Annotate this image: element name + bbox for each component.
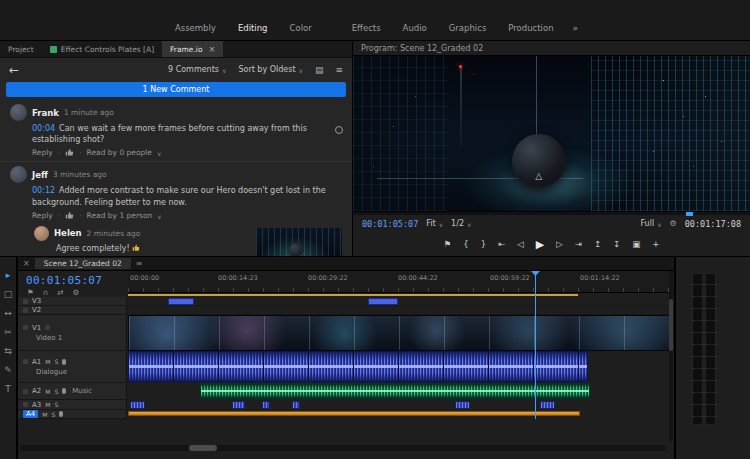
workspace-tab-assembly[interactable]: Assembly bbox=[164, 21, 227, 35]
sfx-audio-clip[interactable] bbox=[262, 401, 270, 409]
track-name[interactable]: V2 bbox=[32, 306, 41, 314]
program-monitor-header[interactable]: Program: Scene 12_Graded 02 bbox=[353, 41, 750, 56]
track-eye-icon[interactable] bbox=[45, 325, 50, 330]
record-mic-icon[interactable] bbox=[59, 411, 63, 417]
extract-icon[interactable]: ↧ bbox=[613, 240, 620, 249]
sfx-audio-clip[interactable] bbox=[540, 401, 555, 409]
reply-button[interactable]: Reply bbox=[32, 211, 53, 220]
back-arrow-icon[interactable]: ← bbox=[9, 64, 19, 76]
track-name[interactable]: A2 bbox=[32, 387, 41, 395]
music-audio-clip[interactable] bbox=[200, 383, 590, 399]
playback-resolution-dropdown[interactable]: 1/2 ∨ bbox=[451, 219, 471, 228]
timeline-vertical-scrollbar[interactable] bbox=[669, 271, 673, 441]
track-select-tool-icon[interactable]: □ bbox=[4, 290, 13, 299]
dialogue-audio-clip[interactable] bbox=[128, 351, 588, 382]
track-header-v2[interactable]: V2 bbox=[18, 306, 127, 315]
scrollbar-thumb[interactable] bbox=[669, 299, 673, 351]
comment-reply-item[interactable]: Helen 2 minutes ago Agree completely! Re… bbox=[24, 222, 352, 256]
track-name[interactable]: V1 bbox=[32, 324, 41, 332]
track-lock-icon[interactable] bbox=[23, 389, 28, 394]
track-name[interactable]: A1 bbox=[32, 358, 41, 366]
track-header-a4[interactable]: A4 M S bbox=[18, 410, 127, 419]
comment-timecode-link[interactable]: 00:12 bbox=[32, 186, 55, 195]
comment-item[interactable]: Frank 1 minute ago 00:04Can we wait a fe… bbox=[0, 100, 352, 162]
panel-close-icon[interactable]: × bbox=[23, 259, 30, 268]
workspace-tab-audio[interactable]: Audio bbox=[392, 21, 438, 35]
sfx-audio-clip[interactable] bbox=[455, 401, 470, 409]
workspace-tab-editing[interactable]: Editing bbox=[227, 21, 279, 35]
slip-tool-icon[interactable]: ⇆ bbox=[4, 347, 12, 356]
program-playhead[interactable] bbox=[686, 212, 693, 216]
panel-menu-icon[interactable]: ≡ bbox=[136, 259, 143, 268]
read-by-button[interactable]: Read by 1 person bbox=[87, 211, 153, 220]
selection-tool-icon[interactable]: ▸ bbox=[6, 271, 11, 280]
adjustment-clip[interactable] bbox=[368, 298, 398, 305]
thumbs-up-icon[interactable] bbox=[65, 148, 74, 157]
lift-icon[interactable]: ↥ bbox=[594, 240, 601, 249]
ambience-audio-clip[interactable] bbox=[128, 411, 580, 416]
record-mic-icon[interactable] bbox=[62, 388, 66, 394]
audio-meter[interactable] bbox=[692, 273, 716, 425]
checklist-icon[interactable]: ▤ bbox=[315, 65, 324, 75]
tab-frameio[interactable]: Frame.io × bbox=[162, 41, 223, 57]
step-back-icon[interactable]: ◁ bbox=[517, 240, 524, 249]
track-lock-icon[interactable] bbox=[23, 299, 28, 304]
mute-button[interactable]: M bbox=[45, 388, 50, 395]
program-video-preview[interactable]: △ bbox=[353, 56, 750, 211]
track-header-a1[interactable]: A1 M S Dialogue bbox=[18, 351, 127, 383]
timeline-current-timecode[interactable]: 00:01:05:07 bbox=[26, 274, 102, 287]
tab-effect-controls[interactable]: Effect Controls Plates [A] bbox=[42, 41, 162, 57]
track-header-v1[interactable]: V1 Video 1 bbox=[18, 315, 127, 351]
work-area-bar[interactable] bbox=[128, 294, 578, 296]
snap-icon[interactable]: ∩ bbox=[43, 288, 49, 297]
track-name[interactable]: V3 bbox=[32, 297, 41, 305]
new-comment-banner[interactable]: 1 New Comment bbox=[6, 82, 346, 97]
workspace-tab-effects[interactable]: Effects bbox=[341, 21, 392, 35]
play-icon[interactable]: ▶ bbox=[536, 239, 544, 250]
solo-button[interactable]: S bbox=[54, 388, 58, 395]
zoom-level-dropdown[interactable]: Fit ∨ bbox=[426, 219, 443, 228]
solo-button[interactable]: S bbox=[54, 358, 58, 365]
workspace-overflow-icon[interactable]: » bbox=[565, 21, 587, 35]
track-lock-icon[interactable] bbox=[23, 308, 28, 313]
track-header-a3[interactable]: A3 M S bbox=[18, 400, 127, 410]
comment-attachment-thumbnail[interactable] bbox=[256, 228, 342, 256]
mark-out-icon[interactable]: } bbox=[481, 240, 486, 249]
step-forward-icon[interactable]: ▷ bbox=[556, 240, 563, 249]
solo-button[interactable]: S bbox=[51, 411, 55, 418]
playhead-line[interactable] bbox=[535, 271, 536, 419]
track-lock-icon[interactable] bbox=[23, 359, 28, 364]
timeline-horizontal-scrollbar[interactable] bbox=[21, 445, 666, 451]
comment-item[interactable]: Jeff 3 minutes ago 00:12Added more contr… bbox=[0, 162, 352, 221]
thumbs-up-icon[interactable] bbox=[65, 211, 74, 220]
program-current-timecode[interactable]: 00:01:05:07 bbox=[362, 219, 418, 229]
video-clip-filmstrip[interactable] bbox=[128, 315, 670, 351]
export-frame-icon[interactable]: ▣ bbox=[632, 240, 640, 249]
unread-indicator[interactable] bbox=[335, 126, 343, 134]
sfx-audio-clip[interactable] bbox=[130, 401, 145, 409]
comments-count-dropdown[interactable]: 9 Comments ∨ bbox=[168, 65, 226, 74]
solo-button[interactable]: S bbox=[54, 401, 58, 408]
button-editor-icon[interactable]: + bbox=[652, 240, 659, 249]
sfx-audio-clip[interactable] bbox=[232, 401, 245, 409]
workspace-tab-color[interactable]: Color bbox=[279, 21, 323, 35]
track-lane[interactable] bbox=[128, 297, 674, 306]
mark-in-icon[interactable]: { bbox=[463, 240, 468, 249]
read-by-button[interactable]: Read by 0 people bbox=[87, 148, 152, 157]
sort-dropdown[interactable]: Sort by Oldest ∨ bbox=[238, 65, 303, 74]
scrollbar-thumb[interactable] bbox=[189, 445, 217, 451]
close-icon[interactable]: × bbox=[209, 45, 216, 54]
record-mic-icon[interactable] bbox=[62, 359, 66, 365]
workspace-tab-production[interactable]: Production bbox=[497, 21, 564, 35]
proxy-dropdown[interactable]: Full ∨ bbox=[640, 219, 661, 228]
track-lock-icon[interactable] bbox=[23, 402, 28, 407]
go-to-in-icon[interactable]: ⇤ bbox=[498, 240, 505, 249]
timeline-marker-icon[interactable]: ⚑ bbox=[27, 288, 34, 297]
timeline-settings-icon[interactable]: ⚙ bbox=[73, 288, 80, 297]
add-marker-icon[interactable]: ⚑ bbox=[444, 240, 452, 249]
go-to-out-icon[interactable]: ⇥ bbox=[575, 240, 582, 249]
track-lock-icon[interactable] bbox=[23, 325, 28, 330]
reply-button[interactable]: Reply bbox=[32, 148, 53, 157]
settings-wrench-icon[interactable]: ⚙ bbox=[670, 219, 677, 228]
tab-project[interactable]: Project bbox=[0, 41, 42, 57]
